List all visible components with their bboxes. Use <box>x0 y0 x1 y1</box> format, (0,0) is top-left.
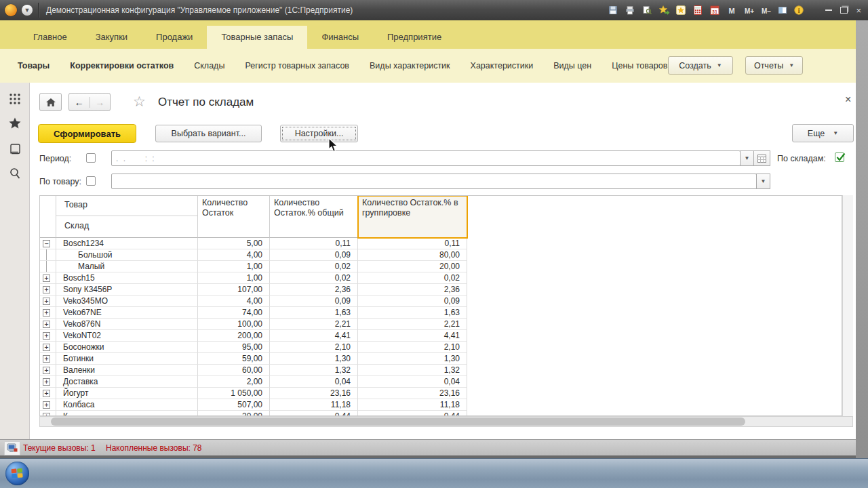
row-tree-cell[interactable]: + <box>40 296 56 307</box>
table-row[interactable]: +Veko345MO4,000,090,09 <box>40 296 842 307</box>
minimize-button[interactable] <box>825 9 832 11</box>
row-tree-cell[interactable]: + <box>40 307 56 319</box>
vertical-scrollbar[interactable] <box>842 195 853 416</box>
expand-icon[interactable]: + <box>43 309 50 317</box>
row-tree-cell[interactable]: − <box>40 238 56 249</box>
save-icon[interactable] <box>607 5 619 16</box>
subnav-link-3[interactable]: Регистр товарных запасов <box>245 61 349 70</box>
split-window-icon[interactable] <box>776 5 789 16</box>
menu-tab-1[interactable]: Закупки <box>81 26 142 49</box>
row-tree-cell[interactable]: + <box>40 342 56 353</box>
row-tree-cell[interactable]: + <box>40 365 56 376</box>
subnav-link-5[interactable]: Характеристики <box>471 61 534 70</box>
settings-button[interactable]: Настройки... <box>280 125 358 142</box>
by-product-input[interactable] <box>112 174 756 188</box>
menu-tab-4[interactable]: Финансы <box>307 26 373 49</box>
row-tree-cell[interactable]: + <box>40 284 56 296</box>
m-minus-icon[interactable]: M− <box>760 5 772 16</box>
m-plus-icon[interactable]: M+ <box>743 5 755 16</box>
expand-icon[interactable]: + <box>43 321 50 328</box>
print-icon[interactable] <box>624 5 636 16</box>
table-row[interactable]: −Bosch12345,000,110,11 <box>40 238 842 249</box>
expand-icon[interactable]: + <box>43 355 50 363</box>
expand-icon[interactable]: + <box>43 344 50 351</box>
table-row[interactable]: +К20,000,440,44 <box>40 411 842 416</box>
home-button[interactable] <box>39 93 62 111</box>
generate-button[interactable]: Сформировать <box>38 124 136 143</box>
row-tree-cell[interactable]: + <box>40 319 56 330</box>
by-warehouse-checkbox[interactable] <box>835 152 844 162</box>
search-icon[interactable] <box>8 167 22 180</box>
subnav-link-6[interactable]: Виды цен <box>553 61 591 70</box>
table-row[interactable]: +Ботинки59,001,301,30 <box>40 353 842 365</box>
table-row[interactable]: Малый1,000,0220,00 <box>40 261 842 272</box>
add-to-favorites-icon[interactable]: ☆ <box>133 94 146 110</box>
row-tree-cell[interactable]: + <box>40 272 56 284</box>
horizontal-scrollbar[interactable] <box>39 416 853 427</box>
table-row[interactable]: +Sony К3456Р107,002,362,36 <box>40 284 842 296</box>
row-tree-cell[interactable]: + <box>40 353 56 365</box>
print-preview-icon[interactable] <box>641 5 653 16</box>
m-icon[interactable]: M <box>726 5 738 16</box>
reports-button[interactable]: Отчеты ▼ <box>745 56 803 75</box>
favorites-star-icon[interactable] <box>8 117 22 130</box>
menu-tab-3[interactable]: Товарные запасы <box>207 26 307 49</box>
menu-grid-icon[interactable] <box>8 92 22 106</box>
restore-button[interactable] <box>840 7 848 14</box>
period-checkbox[interactable] <box>86 153 96 163</box>
table-row[interactable]: +Veko67NE74,001,631,63 <box>40 307 842 319</box>
row-tree-cell[interactable]: + <box>40 399 56 411</box>
expand-icon[interactable]: + <box>43 367 50 374</box>
expand-icon[interactable]: + <box>43 274 50 282</box>
form-close-icon[interactable]: × <box>845 94 851 106</box>
info-icon[interactable]: i <box>793 5 806 16</box>
choose-variant-button[interactable]: Выбрать вариант... <box>155 125 262 142</box>
start-button[interactable] <box>5 462 29 485</box>
subnav-link-2[interactable]: Склады <box>194 61 224 70</box>
subnav-link-0[interactable]: Товары <box>18 61 50 70</box>
calculator-icon[interactable] <box>692 5 704 16</box>
row-tree-cell[interactable]: + <box>40 411 56 416</box>
forward-button[interactable]: → <box>90 97 111 108</box>
row-tree-cell[interactable]: + <box>40 376 56 388</box>
table-row[interactable]: +Валенки60,001,321,32 <box>40 365 842 376</box>
expand-icon[interactable]: + <box>43 390 50 397</box>
expand-icon[interactable]: + <box>43 298 50 305</box>
server-calls-icon[interactable] <box>4 441 20 455</box>
system-menu-button[interactable]: ▼ <box>22 5 33 16</box>
expand-icon[interactable]: + <box>43 378 50 386</box>
table-row[interactable]: +VekoNT02200,004,414,41 <box>40 330 842 342</box>
subnav-link-4[interactable]: Виды характеристик <box>370 61 450 70</box>
back-button[interactable]: ← <box>69 97 90 108</box>
period-calendar-button[interactable] <box>753 150 770 166</box>
history-icon[interactable] <box>8 142 22 156</box>
table-row[interactable]: +Колбаса507,0011,1811,18 <box>40 399 842 411</box>
expand-icon[interactable]: + <box>43 332 50 340</box>
table-row[interactable]: +Доставка2,000,040,04 <box>40 376 842 388</box>
expand-icon[interactable]: + <box>43 401 50 409</box>
row-tree-cell[interactable]: + <box>40 388 56 399</box>
table-row[interactable]: Большой4,000,0980,00 <box>40 249 842 261</box>
table-row[interactable]: +Veko876N100,002,212,21 <box>40 319 842 330</box>
table-row[interactable]: +Йогурт1 050,0023,1623,16 <box>40 388 842 399</box>
calendar-icon[interactable]: 31 <box>709 5 721 16</box>
more-button[interactable]: Еще ▼ <box>792 124 854 142</box>
report-grid[interactable]: Товар Склад Количество Остаток Количеств… <box>39 195 842 416</box>
period-input[interactable] <box>112 151 740 165</box>
row-tree-cell[interactable]: + <box>40 330 56 342</box>
close-button[interactable]: × <box>856 6 861 15</box>
table-row[interactable]: +Bosch151,000,020,02 <box>40 272 842 284</box>
add-favorite-icon[interactable] <box>658 5 670 16</box>
menu-tab-5[interactable]: Предприятие <box>373 26 456 49</box>
favorites-icon[interactable] <box>675 5 687 16</box>
period-dropdown-button[interactable]: ▼ <box>740 150 754 166</box>
by-product-checkbox[interactable] <box>86 176 96 186</box>
scrollbar-thumb[interactable] <box>51 418 745 426</box>
menu-tab-2[interactable]: Продажи <box>142 26 207 49</box>
expand-icon[interactable]: + <box>43 286 50 293</box>
table-row[interactable]: +Босоножки95,002,102,10 <box>40 342 842 353</box>
subnav-link-1[interactable]: Корректировки остатков <box>70 61 174 70</box>
subnav-link-7[interactable]: Цены товаров <box>612 61 667 70</box>
collapse-icon[interactable]: − <box>43 240 50 247</box>
create-button[interactable]: Создать ▼ <box>668 56 733 75</box>
